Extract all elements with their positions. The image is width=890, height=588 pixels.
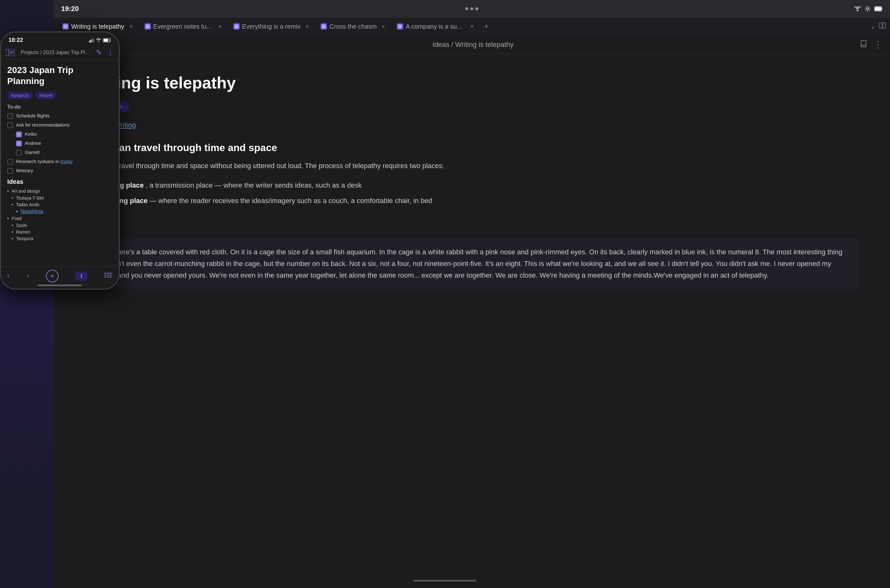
phone-screen: 18:22	[1, 32, 119, 289]
tab-chevron-icon[interactable]: ⌄	[870, 22, 875, 30]
tab-close-chasm[interactable]: ✕	[380, 24, 386, 29]
phone-nav-bar: Projects / 2023 Japan Trip Pl… ✎ ⋮	[1, 46, 119, 60]
tab-company[interactable]: A company is a supero… ✕	[392, 21, 480, 33]
idea-tsutaya: Tsutaya T-Site	[7, 195, 113, 201]
phone-ideas-section: Ideas Art and design Tsutaya T-Site Tada…	[7, 178, 113, 241]
phone-todo-section-label: To-do	[7, 104, 113, 110]
svg-rect-22	[91, 40, 92, 42]
tab-remix[interactable]: Everything is a remix ✕	[229, 21, 315, 33]
tab-icon-chasm	[320, 23, 327, 30]
todo-item-garrett: Garrett	[16, 150, 113, 156]
phone-home-indicator	[38, 285, 82, 286]
svg-point-34	[105, 274, 106, 276]
browser-window: 19:20 Writing is telepathy ✕	[54, 0, 890, 588]
svg-point-32	[105, 273, 106, 274]
bullet-suffix-2: — where the reader receives the ideas/im…	[150, 197, 432, 205]
phone-time: 18:22	[9, 37, 23, 44]
phone-add-button[interactable]: +	[46, 270, 59, 282]
phone-list-icon[interactable]	[104, 272, 113, 280]
content-area: Writing is telepathy #evergreen From On …	[54, 54, 890, 588]
browser-status-icons	[854, 6, 882, 12]
section2-heading: Quote	[85, 219, 858, 231]
svg-point-36	[105, 276, 106, 278]
tab-label-remix: Everything is a remix	[242, 23, 301, 30]
scroll-indicator	[413, 580, 477, 582]
bullet-item-2: A receiving place — where the reader rec…	[85, 195, 858, 207]
phone-nav-forward[interactable]: ›	[27, 272, 29, 280]
phone-note-title: 2023 Japan Trip Planning	[7, 64, 113, 87]
checkbox-research-ryokans[interactable]	[7, 159, 13, 165]
bullet-suffix-1: , a transmission place — where the write…	[146, 181, 362, 189]
intro-text: Ideas can travel through time and space …	[85, 160, 858, 171]
todo-indent-group: ✓ Keiko ✓ Andrew Garrett	[16, 131, 113, 156]
note-title: Writing is telepathy	[85, 73, 858, 93]
svg-rect-20	[883, 22, 885, 28]
phone-nav-actions: ✎ ⋮	[96, 48, 114, 57]
tab-evergreen[interactable]: Evergreen notes turn id… ✕	[140, 21, 228, 33]
svg-rect-19	[879, 22, 882, 28]
tab-close-writing[interactable]: ✕	[128, 24, 134, 29]
tab-label-evergreen: Evergreen notes turn id…	[153, 23, 213, 30]
tab-close-company[interactable]: ✕	[469, 24, 475, 29]
todo-item-schedule-flights: Schedule flights	[7, 113, 113, 119]
checkbox-ask-recommendations[interactable]	[7, 123, 13, 128]
phone-sidebar-toggle[interactable]	[6, 49, 15, 56]
bullet-list: A sending place , a transmission place —…	[85, 179, 858, 207]
idea-tadao: Tadao Ando	[7, 202, 113, 207]
phone-tag-projects[interactable]: #projects	[7, 92, 33, 99]
idea-tempura: Tempura	[7, 236, 113, 241]
phone-wifi-icon	[96, 38, 101, 42]
svg-rect-2	[875, 7, 881, 11]
idea-ramen: Ramen	[7, 230, 113, 234]
tab-icon-remix	[233, 23, 240, 30]
checkbox-keiko[interactable]: ✓	[16, 132, 22, 137]
phone-ideas-title: Ideas	[7, 178, 113, 185]
tab-close-remix[interactable]: ✕	[304, 24, 310, 29]
tab-add-button[interactable]: +	[481, 21, 492, 32]
tab-layout-icon[interactable]	[879, 22, 886, 31]
section1-heading: Ideas can travel through time and space	[85, 142, 858, 154]
tab-label-company: A company is a supero…	[406, 23, 466, 30]
tab-label-chasm: Cross the chasm	[329, 23, 377, 30]
phone-nav-back[interactable]: ‹	[7, 272, 9, 280]
svg-rect-21	[89, 40, 90, 42]
tab-chasm[interactable]: Cross the chasm ✕	[316, 21, 391, 33]
tab-bar: Writing is telepathy ✕ Evergreen notes t…	[54, 18, 890, 35]
todo-item-itinerary: Itinerary	[7, 168, 113, 174]
more-icon[interactable]: ⋮	[873, 39, 882, 50]
quote-text: Look- here's a table covered with red cl…	[96, 248, 842, 279]
from-line: From On Writing	[85, 121, 858, 129]
svg-rect-26	[104, 39, 108, 42]
checkbox-itinerary[interactable]	[7, 168, 13, 174]
phone-badge[interactable]: 1	[75, 272, 87, 281]
kyoto-link[interactable]: Kyoto	[60, 159, 72, 164]
book-icon[interactable]	[860, 40, 867, 50]
checkbox-andrew[interactable]: ✓	[16, 141, 22, 146]
phone-status-icons	[89, 38, 111, 42]
phone-tag-travel[interactable]: #travel	[35, 92, 56, 99]
tab-icon-evergreen	[144, 23, 151, 30]
note-content: Writing is telepathy #evergreen From On …	[54, 54, 890, 588]
svg-rect-24	[93, 38, 95, 42]
naoshima-link[interactable]: Naoshima	[21, 209, 43, 214]
phone-content: 2023 Japan Trip Planning #projects #trav…	[1, 60, 119, 275]
tab-icon-writing	[62, 23, 69, 30]
phone-battery-icon	[103, 38, 111, 42]
checkbox-schedule-flights[interactable]	[7, 113, 13, 119]
bullet-item-1: A sending place , a transmission place —…	[85, 179, 858, 191]
breadcrumb: Ideas / Writing is telepathy	[86, 40, 860, 49]
phone-edit-icon[interactable]: ✎	[96, 48, 102, 57]
tab-label-writing: Writing is telepathy	[71, 23, 125, 30]
browser-topbar: 19:20	[54, 0, 890, 18]
battery-icon	[874, 6, 882, 11]
browser-dots	[465, 7, 478, 10]
phone-more-icon[interactable]: ⋮	[107, 48, 114, 57]
settings-icon	[865, 6, 870, 12]
tab-writing-is-telepathy[interactable]: Writing is telepathy ✕	[57, 21, 139, 33]
svg-rect-23	[92, 39, 93, 42]
checkbox-garrett[interactable]	[16, 150, 22, 156]
browser-time: 19:20	[61, 5, 79, 13]
phone-signal-icon	[89, 38, 94, 42]
tab-close-evergreen[interactable]: ✕	[217, 24, 223, 29]
todo-item-ask-recommendations: Ask for recommendations	[7, 122, 113, 128]
